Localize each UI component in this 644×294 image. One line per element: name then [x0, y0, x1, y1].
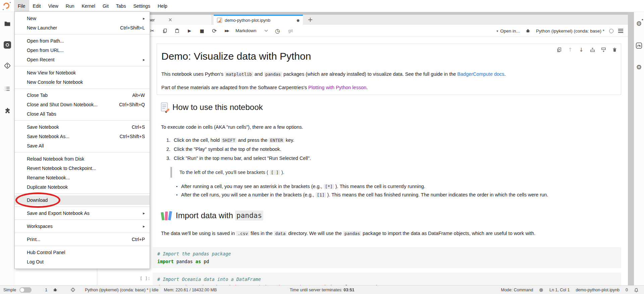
menu-edit[interactable]: Edit [29, 0, 45, 12]
mode-indicator[interactable]: Mode: Command [501, 288, 533, 292]
cut-cells-icon[interactable]: ✂ [149, 27, 156, 34]
git-panel-icon[interactable] [3, 62, 11, 70]
running-kernels-icon[interactable] [3, 41, 11, 49]
menu-item-new-console[interactable]: New Console for Notebook [15, 77, 150, 87]
menu-item-save-notebook[interactable]: Save NotebookCtrl+S [15, 122, 150, 132]
status-right-group: Mode: Command ⊗ Ln 1, Col 1 demo-python-… [501, 287, 639, 293]
debugger-icon[interactable] [525, 27, 531, 34]
bell-icon[interactable] [634, 287, 639, 292]
paste-cells-icon[interactable] [174, 27, 180, 34]
plotting-lesson-link[interactable]: Plotting with Python lesson [308, 85, 366, 90]
markdown-cell-import[interactable]: Import data with pandas The data we'll b… [161, 211, 621, 243]
new-tab-button[interactable]: + [306, 15, 315, 23]
menu-item-download[interactable]: Download [15, 195, 150, 205]
kernel-status-text[interactable]: Python (ipykernel) (conda: base) * | Idl… [85, 288, 158, 292]
code-editor[interactable]: # Import the pandas package import panda… [153, 247, 621, 268]
badgercompute-docs-link[interactable]: BadgerCompute docs [457, 71, 504, 77]
open-in-dropdown[interactable]: ▾ Open in... [496, 28, 520, 34]
list-item: • After running a cell, you may see an a… [161, 182, 621, 191]
menu-item-print[interactable]: Print...Ctrl+P [15, 235, 150, 244]
extensions-icon[interactable] [3, 107, 11, 115]
menu-item-revert-to-checkpoint[interactable]: Revert Notebook to Checkpoint... [15, 164, 150, 173]
copy-cells-icon[interactable] [161, 27, 168, 34]
menu-kernel[interactable]: Kernel [78, 0, 99, 12]
insert-cell-below-icon[interactable] [600, 47, 606, 53]
menu-separator [15, 120, 150, 121]
kernel-status-icon[interactable] [609, 29, 613, 33]
pandas-code-chip: pandas [264, 72, 282, 77]
panel-menu-icon[interactable] [618, 29, 623, 33]
intro-paragraph: This notebook uses Python's matplotlib a… [161, 71, 621, 78]
menu-item-save-export-as[interactable]: Save and Export Notebook As▸ [15, 209, 150, 218]
menu-item-reload-from-disk[interactable]: Reload Notebook from Disk [15, 154, 150, 164]
git-diamond-icon[interactable] [70, 287, 75, 292]
simple-mode-toggle[interactable] [19, 287, 32, 293]
submenu-arrow-icon: ▸ [143, 16, 145, 21]
menu-settings[interactable]: Settings [129, 0, 154, 12]
menu-item-hub-control-panel[interactable]: Hub Control Panel [15, 248, 150, 257]
move-cell-up-icon[interactable]: ↑ [567, 47, 573, 53]
menu-item-new[interactable]: New▸ [15, 14, 150, 23]
cursor-position[interactable]: Ln 1, Col 1 [549, 288, 570, 292]
menu-tabs[interactable]: Tabs [112, 0, 130, 12]
menu-item-new-view[interactable]: New View for Notebook [15, 68, 150, 77]
restart-kernel-icon[interactable]: ⟳ [211, 27, 218, 34]
menu-item-log-out[interactable]: Log Out [15, 257, 150, 267]
menu-item-save-notebook-as[interactable]: Save Notebook As...Ctrl+Shift+S [15, 132, 150, 141]
menu-item-save-all[interactable]: Save All [15, 141, 150, 151]
cell-type-dropdown[interactable]: Markdown [235, 28, 267, 33]
menu-item-close-all-tabs[interactable]: Close All Tabs [15, 109, 150, 119]
customization-tools-icon[interactable]: ⚙✦ [635, 19, 643, 27]
notebook-toolbar: + ✂ ▶ ■ ⟳ ▶▶ Markdown ◷ git [97, 25, 628, 37]
menu-item-close-shutdown[interactable]: Close and Shut Down Notebook...Ctrl+Shif… [15, 100, 150, 109]
unsaved-dot-icon[interactable]: ● [297, 18, 300, 22]
menu-item-close-tab[interactable]: Close TabAlt+W [15, 91, 150, 100]
code-editor[interactable]: # Import Oceania data into a DataFrame d… [153, 273, 621, 285]
menu-view[interactable]: View [45, 0, 62, 12]
menu-run[interactable]: Run [62, 0, 78, 12]
submenu-arrow-icon: ▸ [143, 211, 145, 216]
debugger-count: 1 [45, 288, 47, 292]
markdown-cell-howto[interactable]: How to use this notebook To execute code… [161, 102, 621, 199]
menu-item-open-from-path[interactable]: Open from Path... [15, 36, 150, 46]
right-panel-divider[interactable] [628, 12, 634, 285]
file-browser-icon[interactable] [3, 20, 11, 28]
menu-git[interactable]: Git [99, 0, 112, 12]
kernel-name-button[interactable]: Python (ipykernel) (conda: base) * [536, 28, 604, 34]
menu-separator [15, 66, 150, 66]
move-cell-down-icon[interactable]: ↓ [578, 47, 584, 53]
left-activity-bar [0, 12, 14, 285]
run-cell-icon[interactable]: ▶ [186, 27, 193, 34]
list-item: 1. Click on the cell, hold SHIFT and pre… [161, 136, 621, 145]
enter-key-chip: ENTER [269, 138, 284, 143]
insert-cell-above-icon[interactable] [589, 47, 595, 53]
interrupt-kernel-icon[interactable]: ■ [199, 27, 205, 34]
markdown-cell-title[interactable]: ↑ ↓ Demo: Visualize data with Python Thi… [157, 44, 621, 95]
dashboard-gauge-icon[interactable] [635, 42, 643, 50]
menu-separator [15, 89, 150, 89]
menu-item-rename-notebook[interactable]: Rename Notebook... [15, 173, 150, 182]
menu-item-new-launcher[interactable]: New LauncherCtrl+Shift+L [15, 23, 150, 33]
app-logo-icon[interactable] [3, 2, 11, 10]
execution-time-icon[interactable]: ◷ [274, 27, 281, 34]
delete-cell-icon[interactable] [611, 47, 618, 53]
close-tab-icon[interactable]: × [168, 17, 172, 23]
menu-item-open-from-url[interactable]: Open from URL... [15, 46, 150, 55]
menu-item-duplicate-notebook[interactable]: Duplicate Notebook [15, 182, 150, 192]
bug-icon[interactable] [53, 287, 58, 292]
notifications-count[interactable]: 0 [626, 288, 628, 292]
restart-run-all-icon[interactable]: ▶▶ [223, 27, 230, 34]
property-inspector-icon[interactable]: ⚙ [635, 63, 643, 71]
tab-notebook[interactable]: demo-python-plot.ipynb ● [214, 15, 303, 25]
menu-item-workspaces[interactable]: Workspaces▸ [15, 222, 150, 231]
duplicate-cell-icon[interactable] [556, 47, 562, 53]
menu-separator [15, 246, 150, 246]
caret-down-icon: ▾ [496, 29, 498, 33]
menu-help[interactable]: Help [154, 0, 171, 12]
menu-file[interactable]: File [14, 0, 29, 12]
asterisk-chip: [*] [324, 184, 334, 189]
keyboard-shortcuts-icon[interactable]: ⊗ [539, 287, 543, 293]
table-of-contents-icon[interactable] [3, 85, 11, 93]
menu-item-open-recent[interactable]: Open Recent▸ [15, 55, 150, 64]
data-dir-chip: data [274, 231, 287, 236]
